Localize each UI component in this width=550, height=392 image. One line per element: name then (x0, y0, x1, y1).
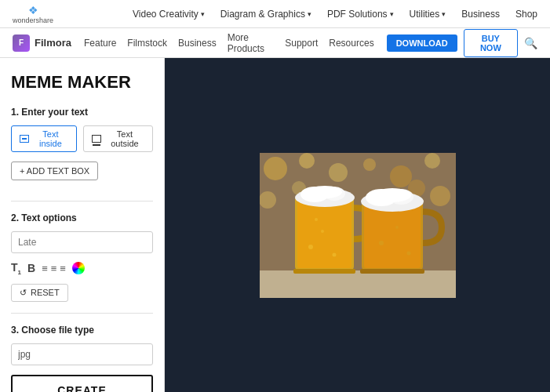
svg-point-20 (321, 230, 324, 233)
nav-pdf-solutions[interactable]: PDF Solutions ▾ (327, 9, 394, 20)
svg-point-6 (424, 153, 440, 169)
filmora-bar: F Filmora Feature Filmstock Business Mor… (0, 28, 550, 58)
svg-point-30 (379, 241, 384, 245)
section1-label: 1. Enter your text (11, 107, 153, 118)
filmora-logo[interactable]: F Filmora (13, 34, 71, 52)
align-left-icon[interactable]: ≡ (42, 263, 48, 274)
text-inside-button[interactable]: Text inside (11, 125, 77, 152)
filmora-nav: Feature Filmstock Business More Products… (84, 32, 374, 54)
top-nav-menu: Video Creativity ▾ Diagram & Graphics ▾ … (133, 9, 537, 20)
svg-point-31 (395, 226, 399, 229)
svg-point-8 (430, 186, 450, 206)
color-picker[interactable] (72, 262, 85, 274)
wondershare-logo[interactable]: ❖ wondershare (13, 4, 53, 24)
meme-image (260, 153, 456, 298)
align-group: ≡ ≡ ≡ (42, 263, 66, 274)
svg-point-22 (315, 218, 318, 221)
text-outside-button[interactable]: Text outside (83, 125, 153, 152)
text-inside-icon (20, 135, 29, 143)
svg-point-32 (406, 251, 410, 255)
search-icon[interactable]: 🔍 (524, 37, 537, 49)
svg-rect-29 (360, 269, 424, 274)
create-button[interactable]: CREATE (11, 375, 153, 392)
svg-point-4 (363, 158, 376, 171)
top-nav: ❖ wondershare Video Creativity ▾ Diagram… (0, 0, 550, 28)
section3-label: 3. Choose file type (11, 325, 153, 336)
filmora-nav-support[interactable]: Support (285, 38, 318, 49)
filmora-brand-name: Filmora (35, 37, 71, 49)
filmora-buttons: DOWNLOAD BUY NOW 🔍 (387, 29, 537, 57)
buy-now-button[interactable]: BUY NOW (464, 29, 518, 57)
divider2 (11, 313, 153, 314)
nav-utilities[interactable]: Utilities ▾ (410, 9, 446, 20)
filmora-nav-more-products[interactable]: More Products (228, 32, 275, 54)
reset-icon: ↺ (20, 288, 27, 298)
font-size-button[interactable]: T1 (11, 261, 21, 276)
svg-rect-18 (293, 269, 355, 274)
sidebar: MEME MAKER 1. Enter your text Text insid… (0, 58, 165, 392)
svg-point-2 (299, 153, 315, 169)
text-input[interactable] (11, 231, 153, 253)
page-title: MEME MAKER (11, 72, 153, 93)
reset-button[interactable]: ↺ RESET (11, 284, 68, 302)
download-button[interactable]: DOWNLOAD (387, 34, 457, 52)
svg-point-28 (373, 188, 411, 202)
logo-icon: ❖ (28, 4, 38, 16)
chevron-icon: ▾ (390, 10, 394, 18)
svg-point-1 (264, 157, 287, 180)
svg-point-21 (332, 252, 336, 256)
svg-point-19 (308, 245, 313, 249)
filmora-nav-filmstock[interactable]: Filmstock (127, 38, 167, 49)
file-type-input[interactable] (11, 343, 153, 365)
filmora-logo-icon: F (13, 34, 30, 52)
filmora-nav-feature[interactable]: Feature (84, 38, 116, 49)
svg-point-3 (329, 163, 348, 182)
nav-video-creativity[interactable]: Video Creativity ▾ (133, 9, 205, 20)
svg-rect-24 (364, 202, 421, 268)
text-options-row: T1 B ≡ ≡ ≡ (11, 261, 153, 276)
chevron-icon: ▾ (442, 10, 446, 18)
text-outside-icon (92, 135, 101, 143)
logo-text: wondershare (13, 16, 53, 24)
svg-point-17 (308, 186, 342, 198)
chevron-icon: ▾ (201, 10, 205, 18)
nav-shop[interactable]: Shop (515, 9, 537, 20)
main-layout: MEME MAKER 1. Enter your text Text insid… (0, 58, 550, 392)
bold-button[interactable]: B (27, 262, 35, 274)
nav-diagram-graphics[interactable]: Diagram & Graphics ▾ (220, 9, 311, 20)
chevron-icon: ▾ (308, 10, 311, 18)
section2-label: 2. Text options (11, 212, 153, 223)
svg-point-5 (390, 165, 412, 187)
nav-business[interactable]: Business (461, 9, 500, 20)
svg-rect-11 (260, 270, 456, 298)
filmora-nav-business[interactable]: Business (178, 38, 217, 49)
canvas-area (165, 58, 550, 392)
filmora-nav-resources[interactable]: Resources (329, 38, 373, 49)
align-center-icon[interactable]: ≡ (51, 263, 57, 274)
align-right-icon[interactable]: ≡ (60, 263, 66, 274)
svg-rect-13 (297, 198, 351, 268)
svg-point-7 (260, 191, 276, 209)
divider1 (11, 201, 153, 201)
add-textbox-button[interactable]: + ADD TEXT BOX (11, 162, 98, 180)
text-position-row: Text inside Text outside (11, 125, 153, 152)
